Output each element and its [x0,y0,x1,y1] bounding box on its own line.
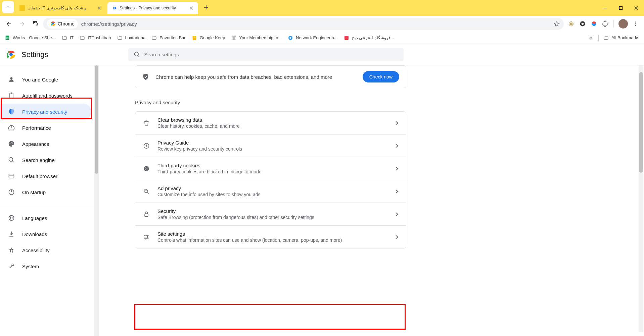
all-bookmarks-label: All Bookmarks [611,35,639,40]
maximize-button[interactable] [613,0,629,16]
section-title: Privacy and security [135,100,406,105]
svg-rect-16 [344,36,349,40]
check-now-button[interactable]: Check now [363,71,399,82]
sidebar-item-appearance[interactable]: Appearance [0,136,91,152]
reload-icon [33,21,39,27]
star-icon[interactable] [554,21,560,27]
sidebar-label: You and Google [22,77,58,82]
toolbar-icons: JS [565,19,641,29]
sliders-icon [143,234,150,240]
sidebar-scrollbar[interactable] [94,65,99,336]
bookmark-item[interactable]: IT [62,35,74,41]
bookmark-label: Your Membership In... [239,35,282,40]
svg-point-23 [10,143,11,144]
new-tab-button[interactable] [201,3,211,12]
sidebar-item-performance[interactable]: Performance [0,120,91,136]
tab-1[interactable]: Settings - Privacy and security [107,2,198,14]
download-icon [8,231,15,237]
row-security[interactable]: SecuritySafe Browsing (protection from d… [135,203,406,225]
extension-icon-1[interactable]: JS [568,20,574,27]
svg-point-36 [147,169,148,170]
trash-icon [143,120,150,126]
sidebar-label: Default browser [22,173,57,179]
page-scrollbar[interactable] [639,65,643,332]
extensions-icon[interactable] [602,20,609,27]
svg-rect-38 [145,214,148,216]
person-icon [8,76,15,83]
sidebar-item-search-engine[interactable]: Search engine [0,152,91,168]
close-icon [98,6,101,10]
toolbar: Chrome chrome://settings/privacy JS [0,16,644,32]
omnibox[interactable]: Chrome chrome://settings/privacy [43,18,564,30]
sidebar-item-default-browser[interactable]: Default browser [0,168,91,184]
sidebar-item-downloads[interactable]: Downloads [0,226,91,242]
sidebar-item-languages[interactable]: Languages [0,210,91,226]
row-site-settings[interactable]: Site settingsControls what information s… [135,225,406,248]
sidebar-label: Appearance [22,141,49,147]
toolbar-separator [613,20,614,27]
svg-point-15 [290,37,291,39]
sidebar-item-accessibility[interactable]: Accessibility [0,242,91,258]
svg-point-8 [635,23,636,24]
profile-avatar[interactable] [618,19,628,29]
clipboard-icon [8,92,15,99]
search-settings-input[interactable] [144,52,398,57]
sidebar-item-privacy-security[interactable]: Privacy and security [0,104,91,120]
bookmarks-separator [598,35,599,41]
bookmark-item[interactable]: Network Engineerin... [288,35,337,41]
sidebar-label: Accessibility [22,247,50,253]
close-icon [190,6,193,10]
search-settings[interactable] [128,48,404,61]
omnibox-chip: Chrome [47,19,78,29]
folder-icon [117,35,123,41]
menu-icon[interactable] [633,21,639,27]
extension-icon-2[interactable] [579,20,586,27]
bookmark-label: فروشگاه اینترنتی دیج... [352,35,394,40]
svg-point-6 [582,23,584,25]
minimize-button[interactable] [598,0,613,16]
sidebar-item-you-and-google[interactable]: You and Google [0,71,91,88]
bookmark-item[interactable]: Your Membership In... [231,35,282,41]
tab-close-button[interactable] [97,5,102,11]
search-tabs-button[interactable] [2,1,14,13]
close-window-button[interactable] [629,0,644,16]
bookmark-label: Favorites Bar [159,35,185,40]
sidebar-item-autofill[interactable]: Autofill and passwords [0,88,91,104]
forward-button[interactable] [16,18,28,30]
bookmark-label: Luxtarinha [125,35,146,40]
bookmark-item[interactable]: Favorites Bar [151,35,185,41]
bookmark-item[interactable]: Works - Google She... [5,35,56,41]
power-icon [8,189,15,195]
extension-icon-3[interactable] [591,20,597,27]
tab-0[interactable]: خدمات IT و شبکه های کامپیوتری [15,2,106,14]
bookmark-item[interactable]: فروشگاه اینترنتی دیج... [344,35,394,41]
speed-icon [8,124,15,131]
reload-button[interactable] [30,18,42,30]
svg-point-20 [10,77,13,79]
row-title: Third-party cookies [157,163,388,168]
palette-icon [8,141,15,147]
svg-text:JS: JS [570,22,573,25]
sidebar-item-on-startup[interactable]: On startup [0,184,91,200]
all-bookmarks-button[interactable]: All Bookmarks [603,35,639,41]
keep-icon [192,35,197,41]
wrench-icon [8,263,15,270]
safety-check-card: Chrome can help keep you safe from data … [135,65,406,88]
bookmark-item[interactable]: Google Keep [192,35,225,41]
row-third-party-cookies[interactable]: Third-party cookiesThird-party cookies a… [135,157,406,180]
row-privacy-guide[interactable]: Privacy GuideReview key privacy and secu… [135,134,406,157]
bookmark-label: IT [70,35,74,40]
sidebar-item-system[interactable]: System [0,258,91,274]
gear-icon [111,5,117,11]
bookmark-item[interactable]: ITPoshtiban [80,35,111,41]
folder-icon [80,35,85,41]
folder-icon [62,35,67,41]
bookmark-item[interactable]: Luxtarinha [117,35,146,41]
tab-close-button[interactable] [189,5,194,11]
back-button[interactable] [3,18,15,30]
sheets-icon [5,35,10,41]
chevrons-icon[interactable] [588,35,594,41]
row-clear-browsing-data[interactable]: Clear browsing dataClear history, cookie… [135,112,406,134]
row-ad-privacy[interactable]: Ad privacyCustomize the info used by sit… [135,180,406,203]
browser-icon [8,173,15,179]
